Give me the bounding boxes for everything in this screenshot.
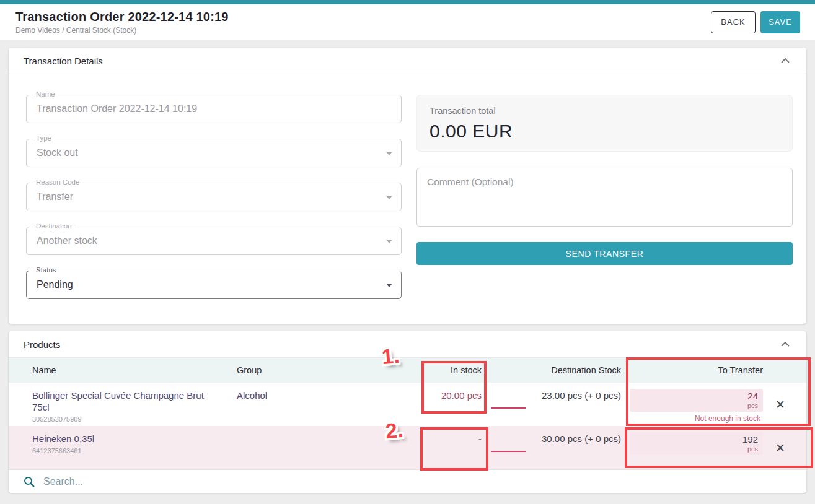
column-header-group: Group — [237, 365, 404, 375]
to-transfer-input[interactable] — [635, 434, 758, 445]
destination-select: Destination Another stock — [26, 227, 402, 255]
status-value: Pending — [37, 279, 73, 290]
product-group: Alcohol — [237, 390, 404, 401]
type-select: Type Stock out — [26, 139, 402, 167]
in-stock-value: 20.00 pcs — [404, 390, 482, 401]
column-header-to-transfer: To Transfer — [621, 365, 763, 375]
product-barcode: 6412375663461 — [32, 447, 237, 454]
save-button[interactable]: SAVE — [760, 11, 800, 33]
to-transfer-field[interactable]: pcs — [630, 432, 763, 455]
destination-stock-text: 30.00 pcs (+ 0 pcs) — [542, 433, 621, 444]
products-title: Products — [24, 339, 60, 350]
product-name: Heineken 0,35l — [32, 433, 237, 445]
back-button[interactable]: BACK — [711, 11, 756, 33]
to-transfer-unit: pcs — [635, 445, 758, 453]
transaction-total-value: 0.00 EUR — [430, 121, 780, 142]
input-underline — [491, 407, 526, 409]
dropdown-arrow-icon — [386, 196, 392, 199]
column-header-name: Name — [32, 365, 237, 375]
details-right-column: Transaction total 0.00 EUR SEND TRANSFER — [416, 95, 793, 299]
remove-product-button[interactable]: ✕ — [775, 399, 785, 411]
products-card: Products Name Group In stock Destination… — [9, 331, 806, 493]
dropdown-arrow-icon — [386, 240, 392, 243]
page-header: Transaction Order 2022-12-14 10:19 Demo … — [0, 4, 815, 40]
stock-warning-text: Not enough in stock — [695, 414, 760, 423]
comment-field[interactable] — [416, 168, 793, 227]
search-icon — [24, 476, 35, 487]
remove-product-button[interactable]: ✕ — [775, 442, 785, 454]
input-underline — [491, 451, 526, 452]
reason-code-select: Reason Code Transfer — [26, 183, 402, 211]
type-select-value: Stock out — [37, 147, 78, 159]
status-label: Status — [33, 266, 59, 274]
to-transfer-input[interactable] — [635, 391, 758, 402]
send-transfer-button[interactable]: SEND TRANSFER — [416, 242, 793, 265]
search-input[interactable] — [43, 476, 304, 487]
destination-label: Destination — [33, 222, 75, 230]
dropdown-arrow-icon — [386, 284, 392, 287]
type-select-label: Type — [33, 134, 55, 142]
product-name: Bollinger Special Cuvée Champagne Brut 7… — [32, 390, 237, 414]
reason-code-value: Transfer — [37, 191, 73, 202]
status-select[interactable]: Status Pending — [26, 271, 402, 299]
products-table-header: Name Group In stock Destination Stock To… — [9, 358, 806, 383]
name-input[interactable] — [37, 103, 391, 115]
table-row: Bollinger Special Cuvée Champagne Brut 7… — [9, 383, 806, 426]
transaction-total-box: Transaction total 0.00 EUR — [416, 95, 793, 152]
transaction-details-card: Transaction Details Name Type Stock out … — [9, 48, 806, 324]
reason-code-label: Reason Code — [33, 178, 82, 186]
collapse-products-button[interactable] — [778, 339, 793, 350]
product-barcode: 3052853075909 — [32, 415, 237, 423]
to-transfer-unit: pcs — [635, 402, 758, 410]
top-accent-bar — [0, 0, 815, 4]
destination-stock-value: 30.00 pcs (+ 0 pcs) — [482, 433, 621, 444]
comment-textarea[interactable] — [417, 168, 792, 226]
chevron-up-icon — [780, 58, 790, 64]
destination-stock-text: 23.00 pcs (+ 0 pcs) — [542, 390, 621, 401]
column-header-in-stock: In stock — [404, 365, 482, 375]
name-field[interactable]: Name — [26, 95, 402, 123]
dropdown-arrow-icon — [386, 152, 392, 155]
product-search-bar — [9, 469, 806, 493]
destination-stock-value: 23.00 pcs (+ 0 pcs) — [482, 390, 621, 401]
to-transfer-field[interactable]: pcs — [630, 389, 763, 412]
breadcrumb: Demo Videos / Central Stock (Stock) — [15, 26, 229, 35]
chevron-up-icon — [780, 341, 790, 347]
name-field-label: Name — [33, 90, 58, 98]
page-title: Transaction Order 2022-12-14 10:19 — [15, 10, 229, 24]
collapse-details-button[interactable] — [778, 55, 793, 66]
transaction-total-label: Transaction total — [430, 106, 780, 116]
destination-value: Another stock — [37, 235, 97, 246]
column-header-destination-stock: Destination Stock — [482, 365, 621, 375]
in-stock-value: - — [404, 433, 482, 444]
transaction-details-title: Transaction Details — [24, 56, 103, 66]
table-row: Heineken 0,35l 6412375663461 - 30.00 pcs… — [9, 426, 806, 469]
details-left-column: Name Type Stock out Reason Code Transfer… — [26, 95, 402, 299]
